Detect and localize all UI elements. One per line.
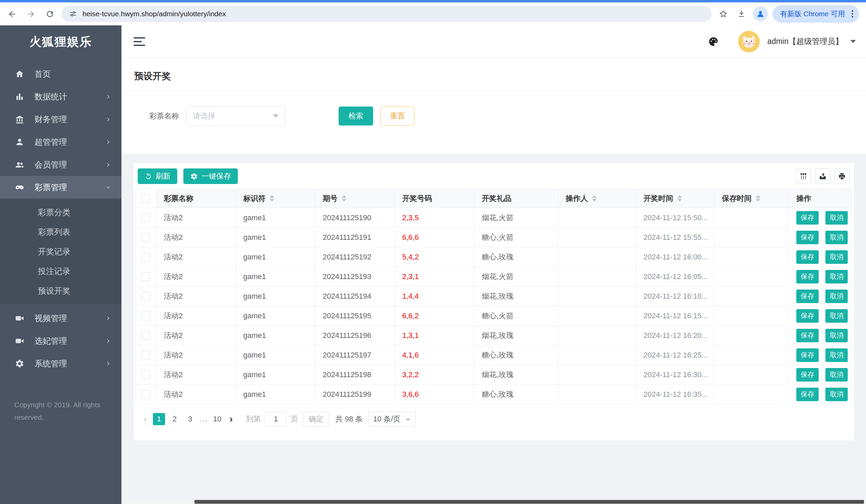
save-all-button[interactable]: 一键保存 [184,168,238,184]
sidebar-item-finance[interactable]: 财务管理 [0,108,121,131]
refresh-button[interactable]: 刷新 [138,168,177,184]
browser-chrome: heise-tcvue.hwym.shop/admin/yulottery/in… [0,0,866,25]
site-settings-icon[interactable] [69,10,77,18]
row-save-button[interactable]: 保存 [796,290,819,303]
row-cancel-button[interactable]: 取消 [825,368,848,382]
export-button[interactable] [815,168,831,184]
lottery-name-select[interactable]: 请选择 [186,106,285,126]
row-checkbox[interactable] [141,253,150,261]
page-button-3[interactable]: 3 [184,413,196,425]
row-cancel-button[interactable]: 取消 [825,329,848,342]
page-button-10[interactable]: 10 [211,413,223,425]
sidebar-subitem-preset-draw[interactable]: 预设开奖 [0,281,121,301]
select-all-checkbox[interactable] [141,194,150,203]
horizontal-scrollbar-thumb[interactable] [195,500,864,504]
chrome-update-badge[interactable]: 有新版 Chrome 可用 [773,5,859,23]
url-text[interactable]: heise-tcvue.hwym.shop/admin/yulottery/in… [82,10,226,18]
row-save-button[interactable]: 保存 [796,211,819,225]
download-icon[interactable] [735,7,748,21]
page-button-2[interactable]: 2 [168,413,181,425]
goto-page-input[interactable] [265,412,287,426]
column-filter-button[interactable] [796,168,811,184]
row-checkbox[interactable] [141,390,150,399]
reset-button[interactable]: 重置 [380,107,414,125]
row-save-button[interactable]: 保存 [796,329,819,342]
filter-row: 彩票名称 请选择 检索 重置 [149,106,866,126]
sub-item-label: 预设开奖 [38,285,70,296]
th-save-time[interactable]: 保存时间 [714,189,789,208]
page-button-1[interactable]: 1 [153,413,165,425]
browser-profile-icon[interactable] [753,7,768,21]
sort-icon[interactable] [270,195,274,202]
hamburger-menu-icon[interactable] [134,37,146,46]
back-icon[interactable] [5,7,19,21]
sidebar-item-home[interactable]: 首页 [0,63,121,85]
row-save-button[interactable]: 保存 [796,231,819,244]
bookmark-star-icon[interactable] [717,7,730,21]
sort-icon[interactable] [677,195,682,202]
row-checkbox[interactable] [141,213,150,222]
row-cancel-button[interactable]: 取消 [825,231,848,244]
table-row: 活动2 game1 202411125198 3,2,2 烟花,玫瑰 2024-… [136,365,852,384]
forward-icon[interactable] [24,7,38,21]
row-cancel-button[interactable]: 取消 [825,388,848,401]
browser-menu-dots-icon[interactable] [851,9,855,19]
theme-palette-icon[interactable] [708,36,719,47]
row-checkbox[interactable] [141,351,150,360]
row-save-button[interactable]: 保存 [796,348,819,362]
sidebar-subitem-bet-records[interactable]: 投注记录 [0,261,121,281]
row-checkbox[interactable] [141,292,150,301]
row-save-button[interactable]: 保存 [796,250,819,264]
row-checkbox[interactable] [141,331,150,340]
sidebar-item-video[interactable]: 视频管理 [0,307,121,329]
chevron-right-icon [105,94,111,100]
row-cancel-button[interactable]: 取消 [825,250,848,264]
row-cancel-button[interactable]: 取消 [825,290,848,303]
sidebar-item-system[interactable]: 系统管理 [0,352,121,375]
sidebar-item-members[interactable]: 会员管理 [0,153,121,176]
row-checkbox[interactable] [141,312,150,320]
sidebar-subitem-lottery-category[interactable]: 彩票分类 [0,203,121,222]
sidebar-subitem-draw-records[interactable]: 开奖记录 [0,242,121,261]
export-icon [819,172,827,180]
sort-icon[interactable] [592,195,597,202]
cell-draw-time: 2024-11-12 15:50... [636,208,714,228]
search-button[interactable]: 检索 [338,107,373,125]
page-size-select[interactable]: 10 条/页 [368,412,416,427]
row-checkbox[interactable] [141,272,150,281]
th-code[interactable]: 标识符 [236,189,315,208]
goto-confirm-button[interactable]: 确定 [303,412,329,427]
sidebar-item-xuanfei[interactable]: 选妃管理 [0,329,121,352]
th-issue[interactable]: 期号 [315,189,395,208]
horizontal-scrollbar-track[interactable] [121,500,866,504]
row-save-button[interactable]: 保存 [796,270,819,283]
sort-icon[interactable] [342,195,346,202]
next-page-icon[interactable]: › [225,414,237,425]
row-save-button[interactable]: 保存 [796,388,819,401]
th-operator[interactable]: 操作人 [558,189,636,208]
row-checkbox[interactable] [141,233,150,242]
user-avatar[interactable] [738,31,760,53]
url-bar[interactable]: heise-tcvue.hwym.shop/admin/yulottery/in… [62,6,712,22]
row-cancel-button[interactable]: 取消 [825,270,848,283]
sidebar-item-lottery[interactable]: 彩票管理 [0,176,121,199]
th-draw-time[interactable]: 开奖时间 [636,189,714,208]
sidebar-item-statistics[interactable]: 数据统计 [0,85,121,108]
page-ellipsis[interactable]: ... [200,415,208,424]
row-save-button[interactable]: 保存 [796,309,819,323]
sort-icon[interactable] [756,195,760,202]
row-cancel-button[interactable]: 取消 [825,309,848,323]
prev-page-icon[interactable]: ‹ [139,414,151,425]
sidebar-item-superadmin[interactable]: 超管管理 [0,131,121,153]
sidebar-item-label: 数据统计 [34,91,67,102]
reload-icon[interactable] [43,7,57,21]
print-button[interactable] [834,168,850,184]
row-checkbox[interactable] [141,370,150,379]
row-save-button[interactable]: 保存 [796,368,819,382]
user-menu-caret-icon[interactable] [851,40,856,43]
current-user-label[interactable]: admin【超级管理员】 [767,36,843,47]
row-cancel-button[interactable]: 取消 [825,211,848,225]
cell-lottery-name: 活动2 [156,247,236,267]
row-cancel-button[interactable]: 取消 [825,348,848,362]
sidebar-subitem-lottery-list[interactable]: 彩票列表 [0,222,121,242]
